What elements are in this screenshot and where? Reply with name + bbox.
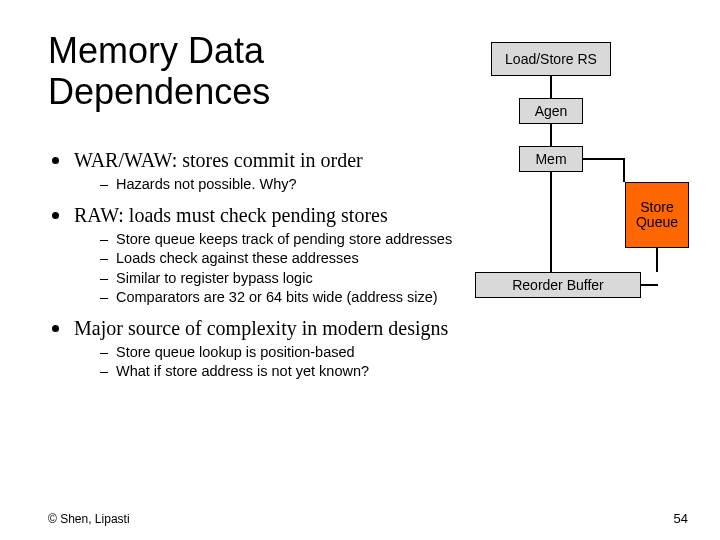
connector (641, 284, 658, 286)
connector (550, 124, 552, 146)
footer-copyright: © Shen, Lipasti (48, 512, 130, 526)
sub-list: Store queue keeps track of pending store… (74, 230, 488, 308)
bullet-item: RAW: loads must check pending stores Sto… (48, 203, 488, 308)
connector (623, 158, 625, 182)
pipeline-diagram: Load/Store RS Agen Mem Store Queue Reord… (475, 42, 695, 322)
bullet-text: WAR/WAW: stores commit in order (74, 149, 363, 171)
sub-item: Hazards not possible. Why? (100, 175, 488, 195)
connector (656, 248, 658, 272)
bullet-list: WAR/WAW: stores commit in order Hazards … (48, 148, 488, 382)
box-load-store-rs: Load/Store RS (491, 42, 611, 76)
box-mem: Mem (519, 146, 583, 172)
connector (550, 172, 552, 272)
connector (550, 76, 552, 98)
sub-item: Comparators are 32 or 64 bits wide (addr… (100, 288, 488, 308)
bullet-item: Major source of complexity in modern des… (48, 316, 488, 382)
slide-body: WAR/WAW: stores commit in order Hazards … (48, 148, 488, 390)
sub-list: Store queue lookup is position-based Wha… (74, 343, 488, 382)
bullet-item: WAR/WAW: stores commit in order Hazards … (48, 148, 488, 195)
sub-item: What if store address is not yet known? (100, 362, 488, 382)
box-agen: Agen (519, 98, 583, 124)
page-number: 54 (674, 511, 688, 526)
box-reorder-buffer: Reorder Buffer (475, 272, 641, 298)
sub-item: Store queue lookup is position-based (100, 343, 488, 363)
sub-item: Loads check against these addresses (100, 249, 488, 269)
sub-item: Store queue keeps track of pending store… (100, 230, 488, 250)
box-store-queue: Store Queue (625, 182, 689, 248)
slide-title: Memory Data Dependences (48, 30, 270, 113)
bullet-text: Major source of complexity in modern des… (74, 317, 448, 339)
connector (583, 158, 625, 160)
bullet-text: RAW: loads must check pending stores (74, 204, 388, 226)
sub-list: Hazards not possible. Why? (74, 175, 488, 195)
sub-item: Similar to register bypass logic (100, 269, 488, 289)
slide: Memory Data Dependences WAR/WAW: stores … (0, 0, 720, 540)
